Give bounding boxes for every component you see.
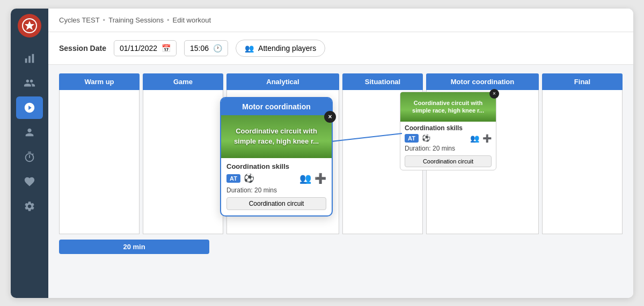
popup-people-icon: 👥 xyxy=(299,173,311,184)
popup-card-body: Coordination skills AT ⚽ 👥 ➕ Duration: 2… xyxy=(221,158,332,211)
sidebar-item-health[interactable] xyxy=(16,170,43,193)
breadcrumb-sep1: • xyxy=(103,16,106,24)
breadcrumb-part2: Training Sessions xyxy=(108,16,164,24)
date-value: 01/11/2022 xyxy=(120,44,157,53)
time-value: 15:06 xyxy=(190,44,209,53)
col-situational-header: Situational xyxy=(342,73,423,90)
main-content: Cycles TEST • Training Sessions • Edit w… xyxy=(48,9,633,298)
col-motor-coord-header: Motor coordination xyxy=(426,73,539,90)
popup-tag-at: AT xyxy=(226,174,240,183)
popup-circuit-button[interactable]: Coordination circuit xyxy=(226,197,326,210)
col-analytical-header: Analytical xyxy=(226,73,339,90)
duration-bar-row: 20 min xyxy=(59,240,623,254)
popup-soccer-icon: ⚽ xyxy=(244,173,254,183)
sidebar-item-training[interactable] xyxy=(16,96,43,119)
date-input[interactable]: 01/11/2022 📅 xyxy=(114,40,177,56)
popup-duration: Duration: 20 mins xyxy=(226,186,326,194)
popup-skill-label: Coordination skills xyxy=(226,162,326,170)
sidebar-item-analytics[interactable] xyxy=(16,47,43,70)
connector-line xyxy=(331,133,402,150)
breadcrumb-part3: Edit workout xyxy=(173,16,211,24)
calendar-icon[interactable]: 📅 xyxy=(162,44,171,53)
col-final-body[interactable] xyxy=(542,90,623,234)
svg-rect-3 xyxy=(28,56,31,63)
mini-card-body: Coordination skills AT ⚽ 👥 ➕ Duration: 2… xyxy=(400,122,496,170)
svg-marker-1 xyxy=(25,21,34,30)
mini-tag-row: AT ⚽ 👥 ➕ xyxy=(405,134,492,143)
mini-card: Coordinative circuit with simple race, h… xyxy=(400,92,496,170)
mini-circuit-button[interactable]: Coordination circuit xyxy=(405,155,492,167)
attending-label: Attending players xyxy=(258,44,316,53)
col-game-header: Game xyxy=(143,73,223,90)
popup-card-title: Motor coordination xyxy=(221,98,332,115)
breadcrumb-part1: Cycles TEST xyxy=(59,16,100,24)
svg-rect-2 xyxy=(25,58,27,63)
mini-tag-at: AT xyxy=(405,134,419,143)
app-container: Cycles TEST • Training Sessions • Edit w… xyxy=(11,9,633,298)
sidebar xyxy=(11,9,48,298)
duration-bar: 20 min xyxy=(59,240,209,254)
col-warm-up: Warm up xyxy=(59,73,140,234)
sidebar-item-settings[interactable] xyxy=(16,195,43,218)
popup-tag-row: AT ⚽ 👥 ➕ xyxy=(226,173,326,184)
col-game: Game xyxy=(143,73,223,234)
attending-players-button[interactable]: 👥 Attending players xyxy=(236,40,325,57)
popup-close-button[interactable]: × xyxy=(324,111,336,123)
mini-duration: Duration: 20 mins xyxy=(405,145,492,152)
sidebar-item-timer[interactable] xyxy=(16,146,43,168)
columns-row: Warm up Game Analytical Situational Moto xyxy=(59,73,623,234)
clock-icon: 🕐 xyxy=(213,44,222,53)
mini-skill-label: Coordination skills xyxy=(405,124,492,132)
workout-area: Warm up Game Analytical Situational Moto xyxy=(48,65,633,298)
col-warm-up-body[interactable] xyxy=(59,90,140,234)
breadcrumb: Cycles TEST • Training Sessions • Edit w… xyxy=(48,9,633,32)
col-warm-up-header: Warm up xyxy=(59,73,140,90)
session-bar: Session Date 01/11/2022 📅 15:06 🕐 👥 Atte… xyxy=(48,32,633,65)
col-final: Final xyxy=(542,73,623,234)
col-final-header: Final xyxy=(542,73,623,90)
mini-card-img-text: Coordinative circuit with simple race, h… xyxy=(400,99,496,115)
mini-close-button[interactable]: × xyxy=(489,89,499,99)
attending-icon: 👥 xyxy=(245,44,254,53)
time-input[interactable]: 15:06 🕐 xyxy=(184,40,228,56)
app-logo[interactable] xyxy=(18,14,41,38)
mini-soccer-icon: ⚽ xyxy=(422,134,430,142)
mini-card-image: Coordinative circuit with simple race, h… xyxy=(400,92,496,122)
svg-rect-4 xyxy=(32,54,34,63)
popup-card: Motor coordination Coordinative circuit … xyxy=(220,97,333,217)
popup-card-image: Coordinative circuit with simple race, h… xyxy=(221,115,332,158)
popup-card-img-text: Coordinative circuit with simple race, h… xyxy=(221,126,332,146)
col-game-body[interactable] xyxy=(143,90,223,234)
mini-people-icon: 👥 xyxy=(470,134,479,143)
sidebar-item-players[interactable] xyxy=(16,121,43,144)
svg-line-5 xyxy=(331,133,402,141)
session-date-label: Session Date xyxy=(59,44,106,53)
popup-add-icon[interactable]: ➕ xyxy=(314,173,326,184)
breadcrumb-sep2: • xyxy=(167,16,170,24)
sidebar-item-groups[interactable] xyxy=(16,72,43,94)
mini-add-icon[interactable]: ➕ xyxy=(482,134,492,143)
